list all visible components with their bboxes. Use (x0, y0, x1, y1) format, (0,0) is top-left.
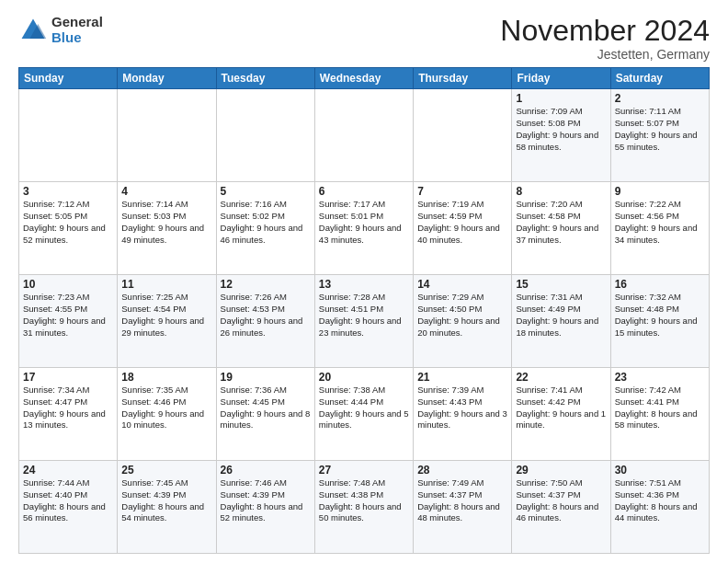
cell-info: Sunrise: 7:31 AM Sunset: 4:49 PM Dayligh… (516, 292, 606, 339)
day-number: 22 (516, 371, 606, 384)
calendar-cell: 16Sunrise: 7:32 AM Sunset: 4:48 PM Dayli… (610, 275, 709, 368)
calendar-cell: 25Sunrise: 7:45 AM Sunset: 4:39 PM Dayli… (118, 461, 216, 554)
cell-info: Sunrise: 7:25 AM Sunset: 4:54 PM Dayligh… (121, 292, 211, 339)
calendar-cell (118, 89, 216, 182)
day-number: 12 (221, 278, 311, 291)
calendar-cell: 27Sunrise: 7:48 AM Sunset: 4:38 PM Dayli… (314, 461, 413, 554)
day-number: 17 (23, 371, 113, 384)
calendar-row-1: 1Sunrise: 7:09 AM Sunset: 5:08 PM Daylig… (19, 89, 710, 182)
calendar-row-4: 17Sunrise: 7:34 AM Sunset: 4:47 PM Dayli… (19, 368, 710, 461)
day-number: 24 (23, 464, 113, 477)
calendar-cell: 30Sunrise: 7:51 AM Sunset: 4:36 PM Dayli… (610, 461, 709, 554)
cell-info: Sunrise: 7:17 AM Sunset: 5:01 PM Dayligh… (319, 199, 409, 246)
calendar-cell (414, 89, 512, 182)
day-number: 25 (121, 464, 211, 477)
cell-info: Sunrise: 7:44 AM Sunset: 4:40 PM Dayligh… (23, 477, 113, 524)
calendar-row-2: 3Sunrise: 7:12 AM Sunset: 5:05 PM Daylig… (19, 182, 710, 275)
cell-info: Sunrise: 7:09 AM Sunset: 5:08 PM Dayligh… (516, 106, 606, 153)
calendar-cell: 18Sunrise: 7:35 AM Sunset: 4:46 PM Dayli… (118, 368, 216, 461)
day-number: 23 (615, 371, 705, 384)
day-number: 21 (417, 371, 507, 384)
logo-general: General (51, 15, 103, 30)
weekday-tuesday: Tuesday (216, 68, 314, 89)
day-number: 15 (516, 278, 606, 291)
day-number: 18 (121, 371, 211, 384)
cell-info: Sunrise: 7:14 AM Sunset: 5:03 PM Dayligh… (121, 199, 211, 246)
day-number: 3 (23, 185, 113, 198)
logo: General Blue (18, 15, 103, 45)
cell-info: Sunrise: 7:28 AM Sunset: 4:51 PM Dayligh… (319, 292, 409, 339)
cell-info: Sunrise: 7:49 AM Sunset: 4:37 PM Dayligh… (417, 477, 507, 524)
weekday-friday: Friday (512, 68, 610, 89)
calendar-cell: 29Sunrise: 7:50 AM Sunset: 4:37 PM Dayli… (512, 461, 610, 554)
cell-info: Sunrise: 7:29 AM Sunset: 4:50 PM Dayligh… (417, 292, 507, 339)
logo-text: General Blue (51, 15, 103, 45)
calendar-cell: 14Sunrise: 7:29 AM Sunset: 4:50 PM Dayli… (414, 275, 512, 368)
cell-info: Sunrise: 7:46 AM Sunset: 4:39 PM Dayligh… (221, 477, 311, 524)
day-number: 13 (319, 278, 409, 291)
cell-info: Sunrise: 7:48 AM Sunset: 4:38 PM Dayligh… (319, 477, 409, 524)
cell-info: Sunrise: 7:38 AM Sunset: 4:44 PM Dayligh… (319, 385, 409, 431)
calendar-cell (216, 89, 314, 182)
title-block: November 2024 Jestetten, Germany (500, 15, 710, 62)
logo-icon (18, 16, 48, 45)
calendar-cell: 7Sunrise: 7:19 AM Sunset: 4:59 PM Daylig… (414, 182, 512, 275)
day-number: 19 (221, 371, 311, 384)
calendar-cell: 5Sunrise: 7:16 AM Sunset: 5:02 PM Daylig… (216, 182, 314, 275)
cell-info: Sunrise: 7:20 AM Sunset: 4:58 PM Dayligh… (516, 199, 606, 246)
cell-info: Sunrise: 7:19 AM Sunset: 4:59 PM Dayligh… (417, 199, 507, 246)
cell-info: Sunrise: 7:36 AM Sunset: 4:45 PM Dayligh… (221, 385, 311, 431)
calendar-cell (314, 89, 413, 182)
day-number: 8 (516, 185, 606, 198)
calendar-cell: 19Sunrise: 7:36 AM Sunset: 4:45 PM Dayli… (216, 368, 314, 461)
calendar-row-3: 10Sunrise: 7:23 AM Sunset: 4:55 PM Dayli… (19, 275, 710, 368)
calendar-cell: 13Sunrise: 7:28 AM Sunset: 4:51 PM Dayli… (314, 275, 413, 368)
calendar-cell: 2Sunrise: 7:11 AM Sunset: 5:07 PM Daylig… (610, 89, 709, 182)
calendar-row-5: 24Sunrise: 7:44 AM Sunset: 4:40 PM Dayli… (19, 461, 710, 554)
calendar-cell: 10Sunrise: 7:23 AM Sunset: 4:55 PM Dayli… (19, 275, 118, 368)
cell-info: Sunrise: 7:16 AM Sunset: 5:02 PM Dayligh… (221, 199, 311, 246)
calendar-cell: 8Sunrise: 7:20 AM Sunset: 4:58 PM Daylig… (512, 182, 610, 275)
calendar-cell (19, 89, 118, 182)
day-number: 1 (516, 92, 606, 105)
day-number: 20 (319, 371, 409, 384)
month-title: November 2024 (500, 15, 710, 47)
location: Jestetten, Germany (500, 47, 710, 62)
calendar-cell: 23Sunrise: 7:42 AM Sunset: 4:41 PM Dayli… (610, 368, 709, 461)
calendar-cell: 15Sunrise: 7:31 AM Sunset: 4:49 PM Dayli… (512, 275, 610, 368)
calendar-cell: 21Sunrise: 7:39 AM Sunset: 4:43 PM Dayli… (414, 368, 512, 461)
calendar-cell: 4Sunrise: 7:14 AM Sunset: 5:03 PM Daylig… (118, 182, 216, 275)
weekday-monday: Monday (118, 68, 216, 89)
weekday-saturday: Saturday (610, 68, 709, 89)
cell-info: Sunrise: 7:23 AM Sunset: 4:55 PM Dayligh… (23, 292, 113, 339)
calendar-header: SundayMondayTuesdayWednesdayThursdayFrid… (19, 68, 710, 89)
header: General Blue November 2024 Jestetten, Ge… (18, 15, 710, 62)
calendar-body: 1Sunrise: 7:09 AM Sunset: 5:08 PM Daylig… (19, 89, 710, 554)
day-number: 5 (221, 185, 311, 198)
day-number: 6 (319, 185, 409, 198)
cell-info: Sunrise: 7:41 AM Sunset: 4:42 PM Dayligh… (516, 385, 606, 431)
cell-info: Sunrise: 7:50 AM Sunset: 4:37 PM Dayligh… (516, 477, 606, 524)
calendar-cell: 9Sunrise: 7:22 AM Sunset: 4:56 PM Daylig… (610, 182, 709, 275)
cell-info: Sunrise: 7:45 AM Sunset: 4:39 PM Dayligh… (121, 477, 211, 524)
day-number: 7 (417, 185, 507, 198)
cell-info: Sunrise: 7:22 AM Sunset: 4:56 PM Dayligh… (615, 199, 705, 246)
day-number: 4 (121, 185, 211, 198)
calendar-cell: 3Sunrise: 7:12 AM Sunset: 5:05 PM Daylig… (19, 182, 118, 275)
day-number: 26 (221, 464, 311, 477)
day-number: 30 (615, 464, 705, 477)
weekday-row: SundayMondayTuesdayWednesdayThursdayFrid… (19, 68, 710, 89)
calendar-cell: 26Sunrise: 7:46 AM Sunset: 4:39 PM Dayli… (216, 461, 314, 554)
cell-info: Sunrise: 7:39 AM Sunset: 4:43 PM Dayligh… (417, 385, 507, 431)
cell-info: Sunrise: 7:34 AM Sunset: 4:47 PM Dayligh… (23, 385, 113, 431)
calendar-cell: 1Sunrise: 7:09 AM Sunset: 5:08 PM Daylig… (512, 89, 610, 182)
day-number: 10 (23, 278, 113, 291)
weekday-wednesday: Wednesday (314, 68, 413, 89)
calendar-cell: 6Sunrise: 7:17 AM Sunset: 5:01 PM Daylig… (314, 182, 413, 275)
calendar-cell: 22Sunrise: 7:41 AM Sunset: 4:42 PM Dayli… (512, 368, 610, 461)
calendar-cell: 11Sunrise: 7:25 AM Sunset: 4:54 PM Dayli… (118, 275, 216, 368)
day-number: 29 (516, 464, 606, 477)
cell-info: Sunrise: 7:12 AM Sunset: 5:05 PM Dayligh… (23, 199, 113, 246)
day-number: 11 (121, 278, 211, 291)
calendar-cell: 24Sunrise: 7:44 AM Sunset: 4:40 PM Dayli… (19, 461, 118, 554)
